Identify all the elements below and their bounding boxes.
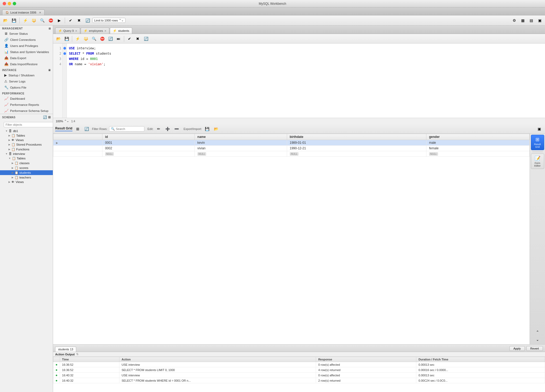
schemas-refresh-icon[interactable]: 🔄 [43,115,47,119]
qe-commit-button[interactable]: ✔ [126,35,133,42]
sidebar-item-performance-schema[interactable]: 📈 Performance Schema Setup [0,108,53,114]
col-header-gender[interactable]: gender [426,134,530,140]
tree-db1-views[interactable]: ▶ 👁 Views [0,138,53,142]
management-expand-icon[interactable]: ⊞ [49,27,51,30]
cell-gender[interactable]: male [426,140,530,146]
qe-refresh-button[interactable]: 🔄 [107,35,114,42]
sidebar-item-performance-reports[interactable]: 📈 Performance Reports [0,102,53,108]
result-grid-icon-btn[interactable]: ⊞ [74,125,81,133]
apply-button[interactable]: Apply [509,346,525,351]
col-header-birthdate[interactable]: birthdate [287,134,426,140]
qe-save-button[interactable]: 💾 [63,35,70,42]
sidebar-item-options-file[interactable]: 🔧 Options File [0,84,53,90]
view-button-3[interactable]: ▣ [536,17,543,24]
sidebar-item-status-vars[interactable]: 📊 Status and System Variables [0,49,53,55]
limit-selector[interactable]: Limit to 1000 rows ⌃⌄ [92,18,126,23]
view-button-2[interactable]: ▤ [527,17,535,24]
explain-button[interactable]: 🔍 [38,17,46,24]
sidebar-item-server-logs[interactable]: ⚠ Server Logs [0,78,53,84]
stop-button[interactable]: ⛔ [47,17,54,24]
col-header-id[interactable]: id [102,134,194,140]
cell-birthdate[interactable]: 1989-01-01 [287,140,426,146]
qe-skip-button[interactable]: ⏭ [115,35,122,42]
zoom-stepper-icon[interactable]: ⌃⌄ [64,119,69,123]
tab-query9[interactable]: ⚡ Query 9 ✕ [55,28,80,34]
edit-pencil-btn[interactable]: ✏ [155,125,162,133]
export-btn[interactable]: 💾 [204,125,211,133]
action-output-sort-icon[interactable]: ⇅ [76,352,79,356]
sidebar-item-client-connections[interactable]: 🔗 Client Connections [0,37,53,43]
qe-explain-button[interactable]: 🔍 [90,35,98,42]
bottom-tab-students[interactable]: students 13 [55,347,76,352]
settings-button[interactable]: ⚙ [511,17,518,24]
action-col-time[interactable]: Time [60,357,119,362]
edit-add-btn[interactable]: ➕ [164,125,171,133]
tree-db1-stored-procedures[interactable]: ▶ 📋 Stored Procedures [0,142,53,147]
col-header-name[interactable]: name [194,134,287,140]
cell-gender[interactable]: female [426,146,530,151]
action-col-duration[interactable]: Duration / Fetch Time [416,357,545,362]
tree-table-classes[interactable]: ▶ 📋 classes [0,161,53,165]
auto-commit-button[interactable]: 🔄 [84,17,91,24]
tree-interview-tables[interactable]: ▼ 📋 Tables [0,156,53,161]
cell-birthdate[interactable]: NULL [287,151,426,157]
cell-name[interactable]: vivian [194,146,287,151]
query9-close-icon[interactable]: ✕ [75,29,77,32]
sidebar-item-users-privileges[interactable]: 👤 Users and Privileges [0,43,53,49]
sidebar-item-server-status[interactable]: 🖥 Server Status [0,31,53,37]
result-grid-tab[interactable]: Result Grid [55,127,72,131]
cell-name[interactable]: kevin [194,140,287,146]
panel-up-btn[interactable]: ⌃ [534,328,541,336]
tab-students[interactable]: ⚡ students [110,28,132,34]
sidebar-item-startup-shutdown[interactable]: ▶ Startup / Shutdown [0,72,53,78]
commit-button[interactable]: ✔ [67,17,74,24]
form-editor-panel-btn[interactable]: 📝 Form Editor [531,154,544,169]
open-folder-button[interactable]: 📂 [2,17,9,24]
panel-down-btn[interactable]: ⌄ [534,336,541,343]
cell-birthdate[interactable]: 1990-12-21 [287,146,426,151]
tree-table-students[interactable]: ▶ 📋 students [0,170,53,175]
result-toggle-btn[interactable]: ▣ [535,125,543,133]
minimize-button[interactable] [8,2,11,5]
cell-id[interactable]: 0001 [102,140,194,146]
close-button[interactable] [3,2,6,5]
maximize-button[interactable] [13,2,16,5]
cell-gender[interactable]: NULL [426,151,530,157]
zoom-control[interactable]: 100% ⌃⌄ [56,119,69,123]
cell-id[interactable]: 0002 [102,146,194,151]
table-row[interactable]: NULLNULLNULLNULL [53,151,530,157]
tree-table-teachers[interactable]: ▶ 📋 teachers [0,175,53,180]
view-button-1[interactable]: ▦ [519,17,526,24]
tree-schema-interview[interactable]: ▼ 🗄 interview [0,152,53,156]
import-btn[interactable]: 📂 [213,125,220,133]
employees-close-icon[interactable]: ✕ [104,29,106,32]
result-refresh-btn[interactable]: 🔄 [83,125,90,133]
filter-search-box[interactable]: 🔍 [109,126,144,132]
run-button[interactable]: ▶ [55,17,63,24]
tree-db1-functions[interactable]: ▶ 📋 Functions [0,147,53,152]
schemas-expand-icon[interactable]: ⊞ [48,115,51,119]
qe-rollback-button[interactable]: ✖ [134,35,141,42]
tree-table-scores[interactable]: ▶ 📋 scores [0,165,53,170]
revert-button[interactable]: Revert [526,346,543,351]
filter-objects-input[interactable] [4,122,53,127]
edit-delete-btn[interactable]: ➖ [173,125,180,133]
tab-employees[interactable]: ⚡ employees ✕ [81,28,109,34]
filter-search-input[interactable] [116,127,142,130]
qe-execute-button[interactable]: ⚡ [74,35,81,42]
table-row[interactable]: 0002vivian1990-12-21female [53,146,530,151]
qe-execute-sel-button[interactable]: 🔱 [82,35,89,42]
execute-current-button[interactable]: 🔱 [30,17,37,24]
tab-close-icon[interactable]: ✕ [39,11,41,14]
qe-stop-button[interactable]: ⛔ [98,35,106,42]
rollback-button[interactable]: ✖ [75,17,83,24]
qe-auto-btn[interactable]: 🔄 [142,35,150,42]
sidebar-item-dashboard[interactable]: 📈 Dashboard [0,95,53,102]
action-col-action[interactable]: Action [119,357,316,362]
save-button[interactable]: 💾 [10,17,18,24]
qe-open-button[interactable]: 📂 [55,35,62,42]
app-tab-local-instance[interactable]: 🏠 Local instance 3306 ✕ [2,10,45,15]
result-grid-panel-btn[interactable]: ⊞ Result Grid [531,135,544,150]
tree-schema-db1[interactable]: ▼ 🗄 db1 [0,129,53,133]
tree-interview-views[interactable]: ▶ 👁 Views [0,180,53,184]
